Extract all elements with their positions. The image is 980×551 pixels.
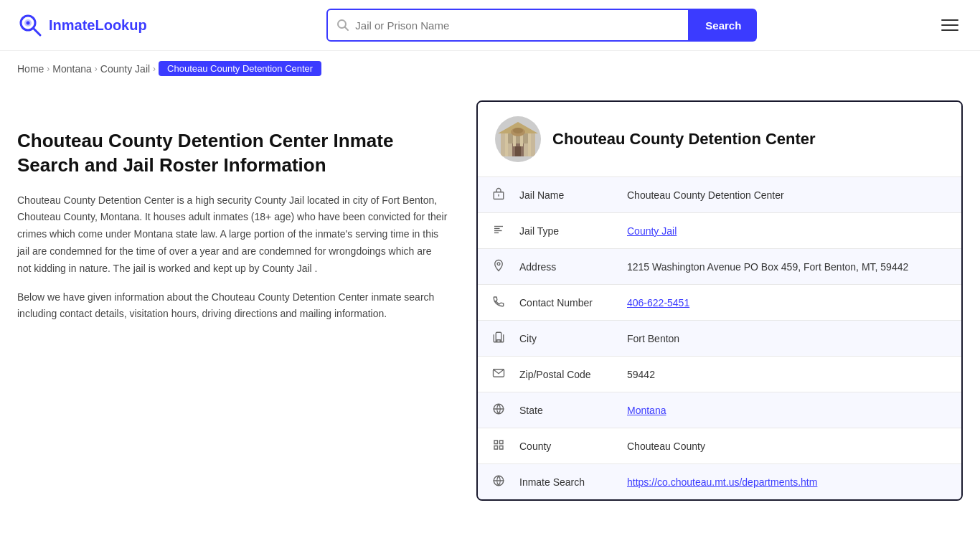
- table-row: Contact Number406-622-5451: [478, 285, 961, 321]
- breadcrumb: Home › Montana › County Jail › Chouteau …: [0, 51, 980, 86]
- breadcrumb-jail-type[interactable]: County Jail: [100, 63, 150, 75]
- row-icon-inmate: [478, 464, 505, 500]
- info-table: Jail NameChouteau County Detention Cente…: [478, 176, 961, 499]
- row-value-0: Chouteau County Detention Center: [613, 177, 961, 213]
- svg-point-23: [497, 263, 500, 265]
- row-link-6[interactable]: Montana: [627, 405, 666, 416]
- table-row: Zip/Postal Code59442: [478, 357, 961, 392]
- row-icon-jail: [478, 177, 505, 213]
- breadcrumb-home[interactable]: Home: [17, 63, 44, 75]
- svg-line-1: [33, 28, 40, 35]
- row-icon-city: [478, 321, 505, 357]
- info-card: Chouteau County Detention Center Jail Na…: [476, 100, 963, 501]
- table-row: CountyChouteau County: [478, 428, 961, 464]
- row-value-6[interactable]: Montana: [613, 392, 961, 428]
- search-input[interactable]: [355, 19, 679, 32]
- chevron-icon-1: ›: [47, 64, 50, 74]
- hamburger-line-3: [941, 29, 958, 31]
- row-label-7: County: [505, 428, 613, 464]
- row-icon-state: [478, 392, 505, 428]
- row-value-2: 1215 Washington Avenue PO Box 459, Fort …: [613, 249, 961, 285]
- logo-text: InmateLookup: [49, 17, 147, 34]
- hamburger-line-1: [941, 19, 958, 21]
- table-row: Inmate Searchhttps://co.chouteau.mt.us/d…: [478, 464, 961, 500]
- row-link-1[interactable]: County Jail: [627, 225, 677, 237]
- row-value-4: Fort Benton: [613, 321, 961, 357]
- row-label-1: Jail Type: [505, 213, 613, 249]
- row-icon-address: [478, 249, 505, 285]
- table-row: Jail NameChouteau County Detention Cente…: [478, 177, 961, 213]
- table-row: StateMontana: [478, 392, 961, 428]
- svg-rect-9: [515, 146, 521, 156]
- row-label-2: Address: [505, 249, 613, 285]
- page-title: Chouteau County Detention Center Inmate …: [17, 129, 448, 178]
- logo-text-inmate: Inmate: [49, 17, 95, 33]
- row-value-3[interactable]: 406-622-5451: [613, 285, 961, 321]
- search-input-wrapper: [326, 9, 689, 42]
- chevron-icon-2: ›: [95, 64, 98, 74]
- page-description-2: Below we have given information about th…: [17, 289, 448, 324]
- facility-building-icon: [498, 119, 538, 159]
- row-link-3[interactable]: 406-622-5451: [627, 297, 689, 309]
- row-icon-phone: [478, 285, 505, 321]
- row-icon-type: [478, 213, 505, 249]
- search-icon: [336, 19, 349, 32]
- row-value-1[interactable]: County Jail: [613, 213, 961, 249]
- chevron-icon-3: ›: [153, 64, 156, 74]
- breadcrumb-state[interactable]: Montana: [52, 63, 91, 75]
- svg-rect-13: [528, 132, 531, 156]
- row-icon-zip: [478, 357, 505, 392]
- right-column: Chouteau County Detention Center Jail Na…: [476, 86, 963, 501]
- row-label-5: Zip/Postal Code: [505, 357, 613, 392]
- table-row: CityFort Benton: [478, 321, 961, 357]
- breadcrumb-current: Chouteau County Detention Center: [159, 61, 321, 76]
- row-value-8[interactable]: https://co.chouteau.mt.us/departments.ht…: [613, 464, 961, 500]
- row-label-8: Inmate Search: [505, 464, 613, 500]
- svg-point-3: [27, 22, 30, 25]
- page-description-1: Chouteau County Detention Center is a hi…: [17, 192, 448, 278]
- svg-point-16: [513, 128, 523, 133]
- left-column: Chouteau County Detention Center Inmate …: [17, 86, 476, 501]
- hamburger-line-2: [941, 24, 958, 26]
- svg-rect-10: [505, 132, 508, 156]
- svg-line-5: [345, 27, 349, 31]
- row-label-3: Contact Number: [505, 285, 613, 321]
- row-link-8[interactable]: https://co.chouteau.mt.us/departments.ht…: [627, 476, 817, 488]
- card-facility-title: Chouteau County Detention Center: [552, 130, 816, 149]
- main-content: Chouteau County Detention Center Inmate …: [0, 86, 980, 529]
- row-label-6: State: [505, 392, 613, 428]
- logo-text-lookup: Lookup: [95, 17, 146, 33]
- logo-icon: [17, 12, 43, 38]
- table-row: Jail TypeCounty Jail: [478, 213, 961, 249]
- hamburger-menu-button[interactable]: [937, 15, 963, 35]
- row-icon-county: [478, 428, 505, 464]
- row-value-7: Chouteau County: [613, 428, 961, 464]
- table-row: Address1215 Washington Avenue PO Box 459…: [478, 249, 961, 285]
- facility-avatar: [495, 116, 541, 162]
- search-area: Search: [326, 9, 757, 42]
- search-button[interactable]: Search: [689, 9, 757, 42]
- row-value-5: 59442: [613, 357, 961, 392]
- logo-link[interactable]: InmateLookup: [17, 12, 147, 38]
- header: InmateLookup Search: [0, 0, 980, 51]
- row-label-0: Jail Name: [505, 177, 613, 213]
- card-header: Chouteau County Detention Center: [478, 102, 961, 176]
- row-label-4: City: [505, 321, 613, 357]
